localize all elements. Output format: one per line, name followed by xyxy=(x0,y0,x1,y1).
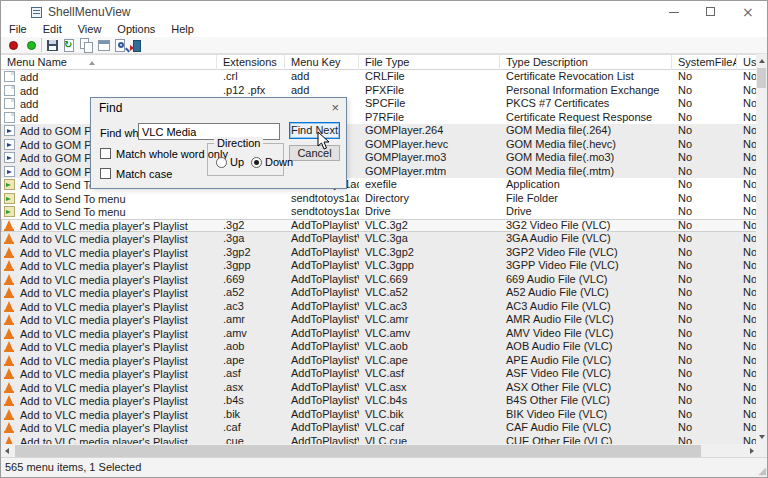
cell-desc: Personal Information Exchange xyxy=(500,84,672,98)
minimize-icon xyxy=(669,12,679,13)
menu-item-view[interactable]: View xyxy=(70,23,110,37)
cell-name: Add to VLC media player's Playlist xyxy=(1,408,217,422)
table-row[interactable]: add.p12 .pfxaddPFXFilePersonal Informati… xyxy=(1,84,758,98)
vertical-scroll-thumb[interactable] xyxy=(757,68,766,88)
table-row[interactable]: Add to VLC media player's Playlist.3gaAd… xyxy=(1,232,758,246)
cell-ext: .3ga xyxy=(217,232,285,246)
cell-key: AddToPlaylistV... xyxy=(285,246,359,260)
scroll-up-icon[interactable] xyxy=(759,59,765,63)
match-whole-word-checkbox[interactable] xyxy=(100,148,111,159)
cell-type: Drive xyxy=(359,205,500,219)
find-dialog-close-icon[interactable]: × xyxy=(331,100,339,115)
cell-sys: No xyxy=(672,313,737,327)
horizontal-scroll-thumb[interactable] xyxy=(15,445,701,457)
column-header-menu-name[interactable]: Menu Name xyxy=(1,55,217,70)
cell-user: No xyxy=(737,151,758,165)
table-row[interactable]: Add to VLC media player's Playlist.3gppA… xyxy=(1,259,758,273)
scroll-down-icon[interactable] xyxy=(759,435,765,439)
table-row[interactable]: Add to VLC media player's Playlist.amrAd… xyxy=(1,313,758,327)
cell-type: CRLFile xyxy=(359,70,500,84)
cell-name: Add to VLC media player's Playlist xyxy=(1,421,217,435)
red-circle-icon[interactable] xyxy=(6,38,22,53)
cell-user: No xyxy=(737,97,758,111)
column-header-file-type[interactable]: File Type xyxy=(359,55,500,70)
table-row[interactable]: Add to VLC media player's Playlist.asxAd… xyxy=(1,381,758,395)
resize-grip[interactable]: ◢ xyxy=(758,465,766,476)
table-row[interactable]: Add to VLC media player's Playlist.b4sAd… xyxy=(1,394,758,408)
table-row[interactable]: Add to VLC media player's Playlist.669Ad… xyxy=(1,273,758,287)
cell-sys: No xyxy=(672,70,737,84)
cell-name: Add to VLC media player's Playlist xyxy=(1,381,217,395)
find-dialog: Find × Find what: Find Next Cancel Match… xyxy=(90,97,347,189)
table-row[interactable]: Add to Send To menusendtotoys1addDirecto… xyxy=(1,192,758,206)
cell-desc: Certificate Request Response xyxy=(500,111,672,125)
cell-key: AddToPlaylistV... xyxy=(285,219,359,233)
table-row[interactable]: Add to VLC media player's Playlist.3gp2A… xyxy=(1,246,758,260)
properties-icon[interactable] xyxy=(96,38,112,53)
vertical-scrollbar[interactable] xyxy=(756,54,767,444)
table-row[interactable]: Add to VLC media player's Playlist.apeAd… xyxy=(1,354,758,368)
table-row[interactable]: Add to VLC media player's Playlist.cafAd… xyxy=(1,421,758,435)
save-icon[interactable] xyxy=(45,38,61,53)
column-header-menu-key[interactable]: Menu Key xyxy=(285,55,359,70)
cell-desc: 3G2 Video File (VLC) xyxy=(500,219,672,233)
cell-desc: 3GA Audio File (VLC) xyxy=(500,232,672,246)
column-header-type-description[interactable]: Type Description xyxy=(500,55,672,70)
find-dialog-titlebar[interactable]: Find × xyxy=(91,98,346,116)
cell-ext: .3g2 xyxy=(217,219,285,233)
cell-name: Add to VLC media player's Playlist xyxy=(1,367,217,381)
cell-ext: .amr xyxy=(217,313,285,327)
table-row[interactable]: Add to VLC media player's Playlist.aobAd… xyxy=(1,340,758,354)
find-next-button[interactable]: Find Next xyxy=(289,122,340,139)
cell-ext: .3gpp xyxy=(217,259,285,273)
vlc-cone-icon xyxy=(4,422,15,433)
copy-icon[interactable] xyxy=(79,38,95,53)
cell-desc: B4S Other File (VLC) xyxy=(500,394,672,408)
direction-groupbox: Direction Up Down xyxy=(207,143,284,176)
refresh-icon[interactable]: ↻ xyxy=(62,38,78,53)
toolbar: ↻ xyxy=(1,37,767,54)
table-row[interactable]: Add to VLC media player's Playlist.amvAd… xyxy=(1,327,758,341)
table-row[interactable]: Add to VLC media player's Playlist.ac3Ad… xyxy=(1,300,758,314)
cell-name: Add to Send To menu xyxy=(1,192,217,206)
gom-player-icon xyxy=(4,166,15,177)
exit-icon[interactable] xyxy=(129,38,145,53)
table-row[interactable]: Add to VLC media player's Playlist.asfAd… xyxy=(1,367,758,381)
cell-sys: No xyxy=(672,111,737,125)
table-row[interactable]: Add to VLC media player's Playlist.bikAd… xyxy=(1,408,758,422)
maximize-icon xyxy=(706,7,715,16)
scroll-left-icon[interactable] xyxy=(5,448,9,454)
table-row[interactable]: add.crladdCRLFileCertificate Revocation … xyxy=(1,70,758,84)
table-row[interactable]: Add to VLC media player's Playlist.3g2Ad… xyxy=(1,219,758,233)
cell-type: exefile xyxy=(359,178,500,192)
cell-ext: .a52 xyxy=(217,286,285,300)
cell-sys: No xyxy=(672,178,737,192)
menu-item-options[interactable]: Options xyxy=(109,23,163,37)
scroll-right-icon[interactable] xyxy=(750,448,754,454)
minimize-button[interactable] xyxy=(657,1,691,23)
menu-item-file[interactable]: File xyxy=(1,23,35,37)
column-header-extensions[interactable]: Extensions xyxy=(217,55,285,70)
direction-down-radio[interactable] xyxy=(251,157,262,168)
menu-item-help[interactable]: Help xyxy=(163,23,202,37)
cell-key: add xyxy=(285,84,359,98)
horizontal-scrollbar[interactable] xyxy=(1,444,758,458)
table-row[interactable]: Add to Send To menusendtotoys1addDriveDr… xyxy=(1,205,758,219)
find-icon[interactable] xyxy=(113,38,129,53)
column-header-user[interactable]: User xyxy=(737,55,758,70)
vlc-cone-icon xyxy=(4,314,15,325)
cell-sys: No xyxy=(672,151,737,165)
match-case-checkbox[interactable] xyxy=(100,168,111,179)
maximize-button[interactable] xyxy=(694,1,728,23)
cell-sys: No xyxy=(672,273,737,287)
green-circle-icon[interactable] xyxy=(24,38,40,53)
cell-desc: 669 Audio File (VLC) xyxy=(500,273,672,287)
cancel-button[interactable]: Cancel xyxy=(289,145,340,161)
close-button[interactable]: × xyxy=(731,1,765,23)
cell-sys: No xyxy=(672,84,737,98)
column-header-systemfileass-[interactable]: SystemFileAss... xyxy=(672,55,737,70)
table-row[interactable]: Add to VLC media player's Playlist.a52Ad… xyxy=(1,286,758,300)
cell-type: VLC.aob xyxy=(359,340,500,354)
menu-item-edit[interactable]: Edit xyxy=(35,23,70,37)
direction-up-radio[interactable] xyxy=(216,157,227,168)
